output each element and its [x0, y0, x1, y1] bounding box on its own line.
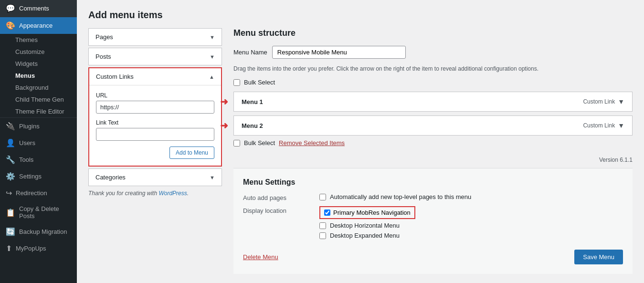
custom-links-accordion-header[interactable]: Custom Links ▲: [89, 68, 221, 85]
categories-chevron-icon: ▼: [210, 175, 215, 180]
menu-items-list: ➜ Menu 1 Custom Link ▼ ➜ Menu 2 C: [233, 92, 633, 136]
tools-icon: 🔧: [6, 155, 15, 164]
location-desktop-expanded-label: Desktop Expanded Menu: [330, 232, 400, 239]
drag-hint: Drag the items into the order you prefer…: [233, 65, 633, 72]
mypopups-icon: ⬆: [6, 244, 12, 253]
menu-settings-section: Menu Settings Auto add pages Automatical…: [233, 168, 633, 274]
sidebar-item-themes[interactable]: Themes: [15, 34, 77, 46]
auto-add-label: Auto add pages: [243, 193, 310, 201]
display-location-row: Display location Primary MobRes Navigati…: [243, 206, 623, 239]
categories-accordion: Categories ▼: [88, 168, 222, 186]
posts-accordion-header[interactable]: Posts ▼: [89, 48, 222, 65]
bulk-select-bottom-row: Bulk Select Remove Selected Items: [233, 139, 633, 147]
location-desktop-expanded-row: Desktop Expanded Menu: [319, 232, 415, 239]
add-to-menu-button[interactable]: Add to Menu: [169, 147, 214, 159]
menu-item-1-type: Custom Link: [583, 98, 615, 105]
main-content: Add menu items Pages ▼ Posts ▼ C: [77, 0, 644, 283]
appearance-icon: 🎨: [6, 21, 15, 30]
version-text: Version 6.1.1: [599, 157, 633, 163]
remove-selected-link[interactable]: Remove Selected Items: [279, 139, 345, 147]
menu-item-2-type: Custom Link: [583, 122, 615, 129]
custom-links-body: URL Link Text Add to Menu: [89, 85, 221, 166]
url-input[interactable]: [96, 101, 214, 114]
plugins-icon: 🔌: [6, 122, 15, 131]
menu-item-2-expand-icon[interactable]: ▼: [618, 122, 624, 129]
menu-item-1-expand-icon[interactable]: ▼: [618, 98, 624, 105]
sidebar-item-menus[interactable]: Menus: [15, 70, 77, 82]
location-desktop-expanded-checkbox[interactable]: [319, 232, 326, 239]
menu-structure-title: Menu structure: [233, 28, 633, 38]
sidebar-item-child-theme-gen[interactable]: Child Theme Gen: [15, 94, 77, 105]
sidebar-item-comments[interactable]: 💬 Comments: [0, 0, 77, 17]
auto-add-checkbox-label: Automatically add new top-level pages to…: [330, 193, 471, 200]
bulk-select-bottom-label: Bulk Select: [244, 139, 275, 147]
menu-item-1: Menu 1 Custom Link ▼: [233, 92, 633, 112]
auto-add-checkbox[interactable]: [319, 194, 326, 200]
wordpress-link[interactable]: WordPress: [158, 190, 187, 197]
location-primary-label: Primary MobRes Navigation: [333, 209, 411, 216]
redirection-icon: ↪: [6, 189, 12, 198]
location-desktop-horizontal-checkbox[interactable]: [319, 222, 326, 229]
bulk-select-top-label: Bulk Select: [244, 79, 275, 86]
posts-chevron-icon: ▼: [210, 54, 215, 60]
sidebar-item-widgets[interactable]: Widgets: [15, 58, 77, 70]
auto-add-checkbox-row: Automatically add new top-level pages to…: [319, 193, 471, 200]
sidebar-item-plugins[interactable]: 🔌 Plugins: [0, 118, 77, 135]
sidebar-item-backup-migration[interactable]: 🔄 Backup Migration: [0, 223, 77, 240]
bulk-select-bottom-checkbox[interactable]: [233, 140, 240, 147]
menu-item-2: Menu 2 Custom Link ▼: [233, 115, 633, 136]
sidebar-item-copy-delete-posts[interactable]: 📋 Copy & Delete Posts: [0, 201, 77, 223]
location-desktop-horizontal-label: Desktop Horizontal Menu: [330, 222, 400, 229]
menu-name-row: Menu Name: [233, 46, 633, 59]
sidebar-item-customize[interactable]: Customize: [15, 46, 77, 58]
delete-menu-link[interactable]: Delete Menu: [243, 253, 278, 261]
display-location-label: Display location: [243, 206, 310, 214]
posts-accordion: Posts ▼: [88, 48, 222, 65]
custom-links-accordion: Custom Links ▲ URL Link Text Add to Menu: [88, 67, 222, 167]
sidebar: 💬 Comments 🎨 Appearance Themes Customize…: [0, 0, 77, 283]
settings-icon: ⚙️: [6, 172, 15, 181]
sidebar-item-theme-file-editor[interactable]: Theme File Editor: [15, 105, 77, 117]
location-primary-checkbox[interactable]: [324, 210, 330, 216]
arrow-menu1-icon: ➜: [220, 96, 228, 107]
location-primary-row: Primary MobRes Navigation: [319, 206, 415, 219]
sidebar-item-redirection[interactable]: ↪ Redirection: [0, 185, 77, 201]
sidebar-item-mypopups[interactable]: ⬆ MyPopUps: [0, 240, 77, 257]
auto-add-row: Auto add pages Automatically add new top…: [243, 193, 623, 201]
sidebar-item-background[interactable]: Background: [15, 82, 77, 94]
left-panel: Pages ▼ Posts ▼ Custom Links ▲: [88, 28, 222, 197]
thank-you-text: Thank you for creating with WordPress.: [88, 190, 222, 197]
sidebar-item-settings[interactable]: ⚙️ Settings: [0, 168, 77, 185]
copy-delete-icon: 📋: [6, 208, 15, 217]
menu-name-input[interactable]: [272, 46, 406, 59]
backup-icon: 🔄: [6, 227, 15, 236]
menu-settings-title: Menu Settings: [243, 178, 623, 187]
bulk-select-top-row: Bulk Select: [233, 79, 633, 86]
footer-bar: Delete Menu Save Menu: [243, 244, 623, 264]
users-icon: 👤: [6, 138, 15, 147]
bulk-select-top-checkbox[interactable]: [233, 79, 240, 86]
categories-accordion-header[interactable]: Categories ▼: [89, 169, 222, 186]
link-text-label: Link Text: [96, 119, 214, 126]
menu-item-1-name: Menu 1: [242, 98, 263, 105]
menu-item-1-right: Custom Link ▼: [583, 98, 624, 105]
arrow-menu2-icon: ➜: [220, 120, 228, 131]
pages-chevron-icon: ▼: [210, 34, 215, 40]
save-menu-button[interactable]: Save Menu: [574, 250, 623, 264]
sidebar-item-appearance[interactable]: 🎨 Appearance: [0, 17, 77, 34]
pages-accordion-header[interactable]: Pages ▼: [89, 29, 222, 45]
sidebar-item-tools[interactable]: 🔧 Tools: [0, 151, 77, 168]
display-location-options: Primary MobRes Navigation Desktop Horizo…: [319, 206, 415, 239]
page-title: Add menu items: [88, 10, 633, 21]
menu-item-2-right: Custom Link ▼: [583, 122, 624, 129]
location-desktop-horizontal-row: Desktop Horizontal Menu: [319, 222, 415, 229]
pages-accordion: Pages ▼: [88, 28, 222, 46]
right-panel: Menu structure Menu Name Drag the items …: [233, 28, 633, 274]
comments-icon: 💬: [6, 4, 15, 13]
menu-item-2-name: Menu 2: [242, 122, 263, 129]
menu-name-label: Menu Name: [233, 49, 267, 56]
custom-links-chevron-icon: ▲: [209, 74, 214, 80]
sidebar-item-users[interactable]: 👤 Users: [0, 135, 77, 151]
link-text-input[interactable]: [96, 128, 214, 141]
url-label: URL: [96, 92, 214, 99]
